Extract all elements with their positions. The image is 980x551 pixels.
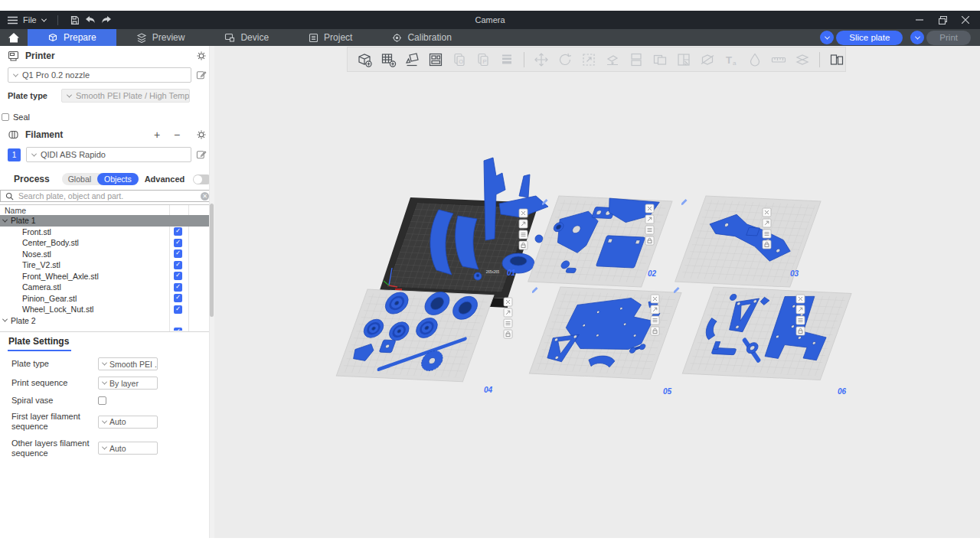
printer-section-title: Printer xyxy=(25,51,55,61)
filament-section-title: Filament xyxy=(25,129,63,140)
plate-label: 05 xyxy=(663,387,672,396)
plate-type-select[interactable]: Smooth PEI Plate / High Temp Plate xyxy=(61,89,190,103)
search-input[interactable] xyxy=(18,191,196,201)
search-icon xyxy=(5,192,14,201)
collapse-chevron-icon[interactable] xyxy=(2,317,8,322)
plate-type-label: Plate type xyxy=(8,91,61,100)
plate-6[interactable]: 06 xyxy=(674,287,851,396)
tree-item-row[interactable]: Center_Body.stl xyxy=(0,237,214,249)
tab-project[interactable]: Project xyxy=(289,29,372,46)
item-checkbox[interactable] xyxy=(174,283,182,292)
tree-item-row[interactable]: Nose.stl xyxy=(0,249,214,260)
item-checkbox[interactable] xyxy=(174,261,182,269)
plate-label: 03 xyxy=(790,269,799,278)
ps-print-sequence-select[interactable]: By layer xyxy=(98,377,158,390)
printer-preset-select[interactable]: Q1 Pro 0.2 nozzle xyxy=(8,67,191,83)
filament-spool-icon xyxy=(8,129,19,140)
tree-clipped-row xyxy=(0,326,214,331)
plate-3[interactable]: 03 xyxy=(675,196,821,287)
item-checkbox[interactable] xyxy=(174,227,182,236)
slice-plate-button[interactable]: Slice plate xyxy=(836,31,903,45)
preview-layers-icon xyxy=(136,32,147,43)
file-menu[interactable]: File xyxy=(23,15,37,24)
remove-filament-button[interactable]: − xyxy=(170,129,184,140)
printer-settings-gear-icon[interactable] xyxy=(196,51,207,61)
item-checkbox[interactable] xyxy=(174,305,182,314)
hamburger-icon[interactable] xyxy=(8,16,18,24)
filament-section-header: Filament + − xyxy=(0,126,214,143)
tree-item-row[interactable]: Wheel_Lock_Nut.stl xyxy=(0,304,214,315)
add-filament-button[interactable]: + xyxy=(150,129,164,140)
plate-1[interactable]: 265x265 01 xyxy=(379,158,551,308)
plate-settings-section: Plate Settings Plate type Smooth PEI ...… xyxy=(0,332,214,458)
filament-select[interactable]: QIDI ABS Rapido xyxy=(26,147,191,162)
tree-scrollbar-thumb[interactable] xyxy=(210,204,214,317)
plate-4-corner-buttons[interactable] xyxy=(504,298,512,338)
tree-header-row: Name xyxy=(0,205,214,215)
object-tree: Name Plate 1 Front.stl Center_Body.stl N… xyxy=(0,204,214,332)
seal-checkbox[interactable] xyxy=(2,113,9,121)
undo-icon[interactable] xyxy=(85,15,96,24)
ps-plate-type-select[interactable]: Smooth PEI ... xyxy=(98,357,158,370)
plate-5[interactable]: 05 xyxy=(529,287,681,396)
device-icon xyxy=(224,32,235,43)
ps-first-layer-select[interactable]: Auto xyxy=(98,416,158,429)
tab-preview[interactable]: Preview xyxy=(116,29,205,46)
edit-printer-icon[interactable] xyxy=(196,70,207,80)
viewport-3d[interactable]: O P Ta xyxy=(214,46,980,538)
item-checkbox[interactable] xyxy=(174,249,182,258)
filament-slot-badge[interactable]: 1 xyxy=(8,148,21,161)
edit-filament-icon[interactable] xyxy=(196,149,207,160)
clear-search-icon[interactable]: ✕ xyxy=(201,192,209,201)
ps-spiral-vase-label: Spiral vase xyxy=(11,396,98,406)
tree-item-row[interactable]: Front.stl xyxy=(0,227,214,238)
restore-button[interactable] xyxy=(931,11,954,29)
minimize-button[interactable] xyxy=(908,11,931,29)
plate-settings-title: Plate Settings xyxy=(8,336,71,351)
select-chevron-icon xyxy=(13,71,18,77)
scope-objects[interactable]: Objects xyxy=(97,173,139,185)
tree-plate2-row[interactable]: Plate 2 xyxy=(0,315,214,327)
ps-print-sequence-label: Print sequence xyxy=(11,378,98,388)
save-icon[interactable] xyxy=(70,15,80,25)
slice-options-chevron[interactable] xyxy=(820,31,834,44)
printer-icon xyxy=(8,51,19,61)
tree-plate1-row[interactable]: Plate 1 xyxy=(0,215,214,227)
item-checkbox[interactable] xyxy=(174,294,182,302)
process-scope-segment: Global Objects xyxy=(62,173,139,185)
file-menu-chevron-icon[interactable] xyxy=(41,16,47,21)
ps-other-layers-label: Other layers filament sequence xyxy=(11,439,98,458)
app-window: Camera File xyxy=(0,11,980,538)
tree-item-row[interactable]: Tire_V2.stl xyxy=(0,259,214,271)
edit-plate-name-icon[interactable] xyxy=(681,199,688,205)
redo-icon[interactable] xyxy=(101,15,112,24)
item-checkbox[interactable] xyxy=(174,239,182,247)
tree-item-row[interactable]: Pinion_Gear.stl xyxy=(0,293,214,305)
collapse-chevron-icon[interactable] xyxy=(2,217,8,222)
window-title: Camera xyxy=(0,15,980,24)
project-doc-icon xyxy=(309,33,318,43)
print-options-chevron[interactable] xyxy=(910,31,924,44)
filament-settings-gear-icon[interactable] xyxy=(196,129,207,140)
scope-global[interactable]: Global xyxy=(62,174,97,184)
ps-other-layers-select[interactable]: Auto xyxy=(98,442,158,455)
tab-calibration[interactable]: Calibration xyxy=(372,29,471,46)
spiral-vase-checkbox[interactable] xyxy=(98,396,106,405)
tab-prepare[interactable]: Prepare xyxy=(28,29,116,46)
tree-item-row[interactable]: Front_Wheel_Axle.stl xyxy=(0,271,214,282)
seal-label: Seal xyxy=(13,112,30,122)
tree-item-row[interactable]: Camera.stl xyxy=(0,282,214,293)
home-button[interactable] xyxy=(0,29,28,46)
titlebar: Camera File xyxy=(0,11,980,29)
item-checkbox[interactable] xyxy=(174,272,182,280)
ps-plate-type-label: Plate type xyxy=(11,359,98,369)
plate-size-tag: 265x265 xyxy=(484,269,501,274)
plate-2[interactable]: 02 xyxy=(528,196,672,287)
tab-device[interactable]: Device xyxy=(204,29,289,46)
plate-label: 06 xyxy=(838,387,847,396)
plate-4[interactable]: 04 xyxy=(336,289,512,394)
edit-plate-name-icon[interactable] xyxy=(532,287,538,293)
close-button[interactable] xyxy=(954,11,977,29)
calibration-icon xyxy=(392,33,402,43)
print-button[interactable]: Print xyxy=(926,31,971,45)
